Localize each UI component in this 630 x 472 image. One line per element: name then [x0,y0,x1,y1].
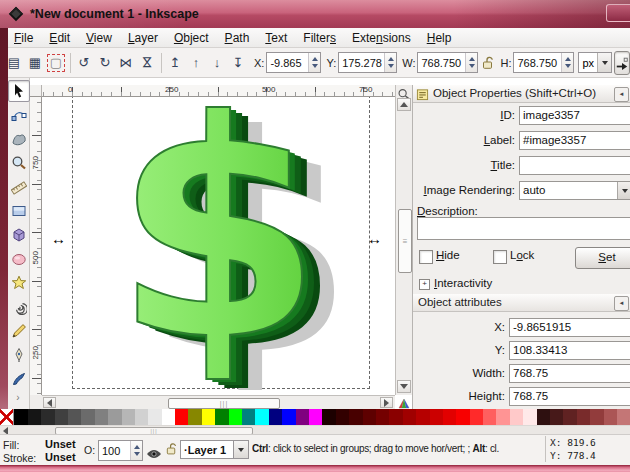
rotate-cw-icon[interactable]: ↻ [95,53,115,73]
color-swatch[interactable] [296,409,309,425]
color-swatch[interactable] [470,409,483,425]
rect-tool[interactable] [8,200,30,222]
pen-tool[interactable] [8,344,30,366]
color-swatch[interactable] [255,409,268,425]
color-swatch[interactable] [550,409,563,425]
color-swatch[interactable] [590,409,603,425]
color-swatch[interactable] [215,409,228,425]
attr-width-field[interactable]: 768.75 [509,364,630,383]
color-swatch[interactable] [108,409,121,425]
vertical-scroll-thumb[interactable]: ≡ [398,209,412,273]
color-swatch[interactable] [242,409,255,425]
star-tool[interactable] [8,272,30,294]
spiral-tool[interactable] [8,296,30,318]
menu-view[interactable]: View [78,29,120,47]
color-swatch[interactable] [95,409,108,425]
color-swatch[interactable] [28,409,41,425]
label-field[interactable]: #image3357 [519,131,630,150]
color-swatch[interactable] [483,409,496,425]
box3d-tool[interactable] [8,224,30,246]
attr-x-field[interactable]: -9.8651915 [509,318,630,337]
color-swatch[interactable] [202,409,215,425]
x-spinner[interactable] [308,53,320,72]
color-swatch[interactable] [135,409,148,425]
layer-lock-open-icon[interactable] [165,442,178,456]
w-spinner[interactable] [465,53,477,72]
set-button[interactable]: Set [575,247,630,269]
color-swatch[interactable] [148,409,161,425]
selector-tool[interactable] [8,80,30,102]
color-swatch[interactable] [41,409,54,425]
menu-help[interactable]: Help [419,29,460,47]
color-swatch[interactable] [376,409,389,425]
menu-layer[interactable]: Layer [120,29,166,47]
deselect-icon[interactable]: ▢ [46,53,66,73]
color-swatch[interactable] [322,409,335,425]
scroll-left-button[interactable] [43,397,56,408]
color-swatch[interactable] [577,409,590,425]
color-swatch[interactable] [188,409,201,425]
image-rendering-select[interactable]: auto [519,181,630,200]
panel-collapse-button[interactable]: ◄ [614,87,629,102]
horizontal-scroll-thumb[interactable]: ||| [168,398,280,409]
menu-extensions[interactable]: Extensions [344,29,419,47]
id-field[interactable]: image3357 [519,106,630,125]
color-management-icon[interactable] [397,396,411,409]
scroll-down-button[interactable] [397,380,411,393]
lower-to-bottom-icon[interactable]: ↧ [228,53,248,73]
no-color-swatch[interactable] [0,409,14,425]
color-swatch[interactable] [229,409,242,425]
menu-file[interactable]: File [6,29,41,47]
color-swatch[interactable] [496,409,509,425]
attr-y-field[interactable]: 108.33413 [509,341,630,360]
color-swatch[interactable] [617,409,630,425]
tweak-tool[interactable] [8,128,30,150]
color-swatch[interactable] [68,409,81,425]
y-spinner[interactable] [384,53,396,72]
object-attributes-collapse-button[interactable]: ◄ [614,296,629,311]
canvas[interactable]: ↔ ↔ $ $ $ $ $ [42,97,395,395]
raise-icon[interactable]: ↑ [186,53,206,73]
interactivity-label[interactable]: Interactivity [434,277,492,289]
menu-filters[interactable]: Filters [295,29,344,47]
color-swatch[interactable] [456,409,469,425]
color-swatch[interactable] [55,409,68,425]
dollar-sign-image[interactable]: $ $ $ $ $ [100,97,350,390]
description-field[interactable] [417,217,630,240]
color-swatch[interactable] [175,409,188,425]
color-swatch[interactable] [309,409,322,425]
color-swatch[interactable] [537,409,550,425]
color-swatch[interactable] [349,409,362,425]
unit-select[interactable]: px [578,52,612,73]
scroll-up-button[interactable] [397,98,411,111]
ellipse-tool[interactable] [8,248,30,270]
selection-handle-left[interactable]: ↔ [51,233,66,245]
scroll-right-button[interactable] [380,397,393,408]
menu-object[interactable]: Object [166,29,217,47]
opacity-field[interactable]: 100 [98,440,143,461]
x-field[interactable]: -9.865 [266,52,321,73]
color-swatch[interactable] [443,409,456,425]
layer-selector[interactable]: ·Layer 1 [180,440,234,459]
lower-icon[interactable]: ↓ [207,53,227,73]
attr-height-field[interactable]: 768.75 [509,387,630,406]
hide-checkbox[interactable] [419,250,433,264]
h-spinner[interactable] [561,53,573,72]
measure-tool[interactable] [8,176,30,198]
fill-value[interactable]: Unset [45,438,76,450]
lock-ratio-icon[interactable] [481,56,495,70]
select-all-layers-icon[interactable]: ▦ [25,53,45,73]
opacity-spinner[interactable] [130,441,142,460]
color-swatch[interactable] [430,409,443,425]
w-field[interactable]: 768.750 [417,52,478,73]
title-field[interactable] [519,156,630,175]
calligraphy-tool[interactable] [8,368,30,390]
color-swatch[interactable] [81,409,94,425]
menu-text[interactable]: Text [257,29,295,47]
color-swatch[interactable] [403,409,416,425]
menu-edit[interactable]: Edit [41,29,78,47]
color-swatch[interactable] [389,409,402,425]
lock-checkbox[interactable] [493,250,507,264]
color-swatch[interactable] [604,409,617,425]
layer-visibility-eye-icon[interactable] [146,445,162,455]
